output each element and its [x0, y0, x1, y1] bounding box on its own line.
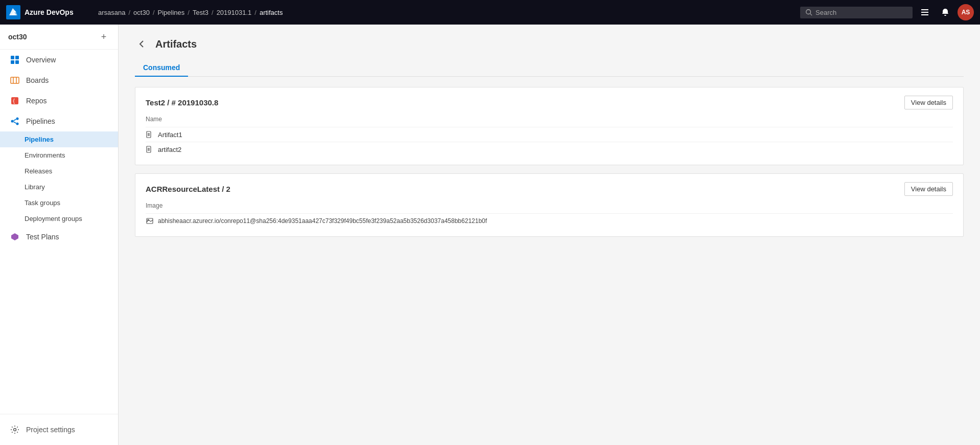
sidebar-project-settings-label: Project settings	[26, 426, 75, 434]
svg-rect-5	[921, 14, 928, 15]
notifications-btn[interactable]	[937, 4, 953, 20]
svg-line-2	[810, 14, 812, 16]
sidebar-item-pipelines-parent-label: Pipelines	[26, 117, 55, 125]
svg-rect-6	[11, 56, 14, 59]
sidebar-project-name: oct30	[8, 33, 27, 41]
artifact-item-1-2: artifact2	[146, 142, 953, 157]
sidebar-item-boards[interactable]: Boards	[0, 70, 118, 91]
artifact-name-2-1: abhisheaacr.azurecr.io/conrepo11@sha256:…	[158, 217, 487, 225]
svg-rect-4	[921, 12, 928, 13]
boards-icon	[10, 75, 20, 85]
artifact-item-2-1: abhisheaacr.azurecr.io/conrepo11@sha256:…	[146, 213, 953, 228]
view-details-btn-2[interactable]: View details	[904, 182, 953, 196]
svg-rect-3	[921, 9, 928, 10]
artifact-card-2-header: ACRResourceLatest / 2 View details	[146, 182, 953, 196]
artifact-card-1: Test2 / # 20191030.8 View details Name A…	[135, 87, 964, 165]
sidebar-item-task-groups-label: Task groups	[25, 199, 60, 207]
sidebar-item-releases-label: Releases	[25, 167, 52, 175]
topbar-right: Search AS	[800, 4, 974, 20]
sidebar-footer: Project settings	[0, 414, 118, 445]
breadcrumb-current: artifacts	[260, 9, 283, 16]
search-icon	[805, 9, 812, 16]
artifact-item-1-1: Artifact1	[146, 127, 953, 142]
sidebar-item-task-groups[interactable]: Task groups	[0, 195, 118, 211]
svg-rect-9	[15, 60, 19, 64]
sidebar-item-deployment-groups-label: Deployment groups	[25, 215, 82, 222]
search-placeholder: Search	[815, 9, 836, 16]
topbar: Azure DevOps arsasana / oct30 / Pipeline…	[0, 0, 980, 25]
layout: oct30 + Overview	[0, 25, 980, 445]
artifact-card-1-header: Test2 / # 20191030.8 View details	[146, 96, 953, 109]
list-view-btn[interactable]	[917, 4, 933, 20]
overview-icon	[10, 55, 20, 65]
sidebar-item-test-plans[interactable]: Test Plans	[0, 227, 118, 247]
artifact-file-icon-1	[146, 130, 154, 139]
page-title: Artifacts	[155, 38, 197, 50]
breadcrumb-oct30[interactable]: oct30	[133, 9, 150, 16]
sidebar-item-repos[interactable]: { } Repos	[0, 91, 118, 111]
breadcrumb-test3[interactable]: Test3	[193, 9, 208, 16]
sidebar-item-deployment-groups[interactable]: Deployment groups	[0, 211, 118, 227]
svg-point-17	[16, 123, 19, 125]
sidebar-item-repos-label: Repos	[26, 97, 46, 105]
test-plans-icon	[10, 232, 20, 242]
sidebar-item-library[interactable]: Library	[0, 179, 118, 195]
svg-line-19	[14, 122, 16, 123]
sidebar-item-library-label: Library	[25, 183, 45, 191]
brand-label: Azure DevOps	[25, 8, 74, 16]
settings-icon	[10, 425, 20, 435]
artifact-card-2: ACRResourceLatest / 2 View details Image…	[135, 173, 964, 237]
view-details-btn-1[interactable]: View details	[904, 96, 953, 109]
sidebar-item-pipelines[interactable]: Pipelines	[0, 131, 118, 147]
sidebar-item-pipelines-label: Pipelines	[25, 136, 54, 143]
artifact-card-1-title: Test2 / # 20191030.8	[146, 98, 218, 107]
artifact-file-icon-2	[146, 145, 154, 153]
sidebar-add-button[interactable]: +	[98, 31, 110, 43]
tab-consumed[interactable]: Consumed	[135, 59, 188, 77]
svg-point-33	[148, 219, 149, 220]
brand[interactable]: Azure DevOps	[6, 5, 98, 19]
sidebar-header: oct30 +	[0, 25, 118, 50]
page-header: Artifacts	[135, 37, 964, 51]
breadcrumb-build-id[interactable]: 20191031.1	[217, 9, 252, 16]
artifact-col-label-1: Name	[146, 116, 953, 123]
artifact-name-1-2: artifact2	[158, 146, 181, 153]
user-avatar[interactable]: AS	[958, 4, 974, 20]
svg-line-31	[149, 220, 151, 221]
sidebar-item-overview-label: Overview	[26, 56, 56, 64]
artifact-col-label-2: Image	[146, 202, 953, 209]
svg-line-32	[151, 220, 153, 221]
svg-rect-7	[15, 56, 19, 59]
artifact-name-1-1: Artifact1	[158, 131, 182, 139]
svg-point-20	[14, 429, 16, 431]
artifact-card-2-title: ACRResourceLatest / 2	[146, 185, 230, 193]
sidebar-item-overview[interactable]: Overview	[0, 50, 118, 70]
svg-rect-10	[11, 77, 19, 83]
pipelines-parent-icon	[10, 116, 20, 126]
sidebar-item-boards-label: Boards	[26, 76, 49, 84]
breadcrumb-pipelines[interactable]: Pipelines	[158, 9, 185, 16]
svg-text:{ }: { }	[12, 98, 19, 104]
tabs: Consumed	[135, 59, 964, 77]
main-content: Artifacts Consumed Test2 / # 20191030.8 …	[119, 25, 980, 445]
repos-icon: { }	[10, 96, 20, 106]
back-button[interactable]	[135, 37, 149, 51]
search-box[interactable]: Search	[800, 7, 913, 18]
svg-point-15	[11, 120, 14, 123]
sidebar-item-test-plans-label: Test Plans	[26, 233, 59, 241]
svg-rect-8	[11, 60, 14, 64]
svg-line-18	[14, 119, 16, 121]
sidebar: oct30 + Overview	[0, 25, 119, 445]
artifact-image-icon	[146, 217, 154, 225]
svg-point-1	[806, 10, 811, 14]
sidebar-item-pipelines-parent[interactable]: Pipelines	[0, 111, 118, 131]
sidebar-item-releases[interactable]: Releases	[0, 163, 118, 179]
svg-point-16	[16, 118, 19, 120]
breadcrumb: arsasana / oct30 / Pipelines / Test3 / 2…	[98, 9, 800, 16]
breadcrumb-arsasana[interactable]: arsasana	[98, 9, 125, 16]
sidebar-item-environments-label: Environments	[25, 151, 65, 159]
sidebar-item-project-settings[interactable]: Project settings	[0, 419, 118, 440]
sidebar-item-environments[interactable]: Environments	[0, 147, 118, 163]
